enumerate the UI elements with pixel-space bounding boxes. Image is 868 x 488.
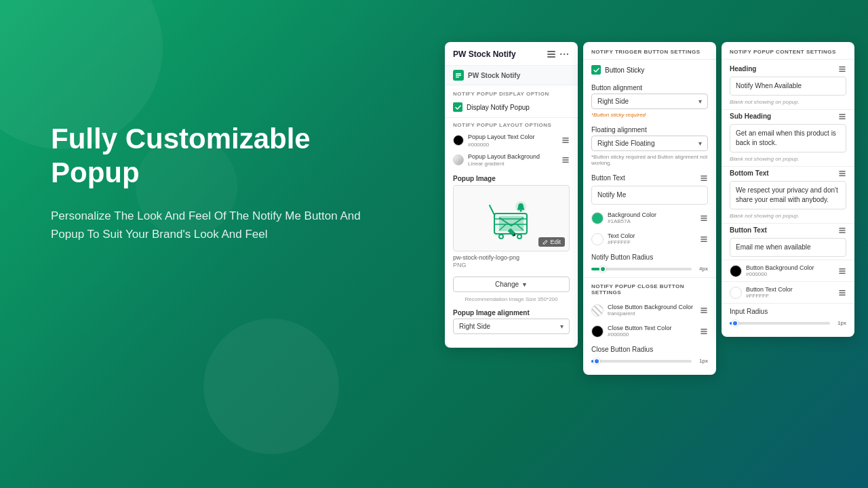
hero-title: Fully Customizable Popup (51, 122, 383, 190)
card-notify-popup-content: NOTIFY POPUP CONTENT SETTINGS Heading No… (722, 42, 854, 337)
subheading-settings-icon[interactable] (839, 114, 846, 119)
heading-settings-icon[interactable] (839, 66, 846, 72)
hero-description: Personalize The Look And Feel Of The Not… (51, 207, 383, 243)
heading-header: Heading (722, 60, 854, 75)
card2-section-header: NOTIFY TRIGGER BUTTON SETTINGS (583, 42, 716, 60)
subheading-label: Sub Heading (730, 113, 771, 120)
button-sticky-row: Button Sticky (583, 60, 716, 80)
close-bg-color-left: Close Button Background Color transparen… (591, 304, 693, 317)
card1-section2-label: NOTIFY POPUP LAYOUT OPTIONS (445, 117, 578, 131)
float-arrow-icon: ▾ (698, 140, 702, 147)
radius-slider-track[interactable] (591, 268, 692, 270)
card3-btn-bg-section: Button Background Color #000000 (722, 260, 854, 281)
text-color-section: Text Color #FFFFFF (583, 228, 716, 249)
card3-section-header: NOTIFY POPUP CONTENT SETTINGS (722, 42, 854, 60)
card3-btn-text-circle[interactable] (730, 287, 742, 299)
card-notify-trigger: NOTIFY TRIGGER BUTTON SETTINGS Button St… (583, 42, 716, 375)
bg-color-settings2-icon[interactable] (701, 216, 707, 221)
btn-text-header: Button Text (583, 170, 716, 184)
bg-color-settings-icon[interactable] (562, 157, 569, 163)
card1-text-color-left: Popup Layout Text Color #000000 (453, 134, 534, 148)
image-format: PNG (445, 262, 578, 272)
card3-btn-text-color-section: Button Text Color #FFFFFF (722, 281, 854, 303)
btn-text-settings-icon[interactable] (701, 176, 707, 181)
popup-image-box: Edit (453, 185, 570, 251)
card3-btn-text-input[interactable]: Email me when available (730, 238, 846, 257)
close-bg-color-section: Close Button Background Color transparen… (583, 300, 716, 321)
radius-slider-value: 4px (696, 266, 708, 272)
text-color-value: #000000 (468, 142, 534, 148)
card-pw-stock-notify: PW Stock Notify ··· PW Stock Notify NOTI… (445, 42, 578, 348)
card3-btn-bg-settings-icon[interactable] (839, 268, 846, 274)
close-text-color-left: Close Button Text Color #000000 (591, 325, 671, 338)
card1-sub-header-text: PW Stock Notify (468, 72, 520, 79)
text-color-settings2-icon[interactable] (701, 237, 707, 242)
sticky-required-note: *Button sticky required (583, 110, 716, 122)
svg-point-10 (518, 235, 521, 238)
bg-color-hex: #1AB57A (608, 218, 656, 224)
edit-label: Edit (550, 239, 561, 245)
card3-btn-text-color-left: Button Text Color #FFFFFF (730, 286, 793, 299)
bottom-text-textarea[interactable]: We respect your privacy and don't share … (730, 181, 846, 209)
float-alignment-select[interactable]: Right Side Floating ▾ (591, 136, 708, 151)
edit-image-button[interactable]: Edit (538, 237, 565, 247)
text-color-settings-icon[interactable] (562, 138, 569, 143)
popup-image-label: Popup Image (445, 169, 578, 185)
close-bg-hex: transparent (608, 310, 693, 317)
card1-display-checkbox-row[interactable]: Display Notify Popup (445, 100, 578, 117)
card1-header-icons: ··· (547, 49, 570, 60)
card3-btn-bg-left: Button Background Color #000000 (730, 264, 814, 277)
bg-color-circle[interactable] (591, 212, 604, 224)
btn-text-input[interactable]: Notify Me (591, 186, 708, 205)
bg-color-label: Popup Layout Background (468, 153, 540, 161)
display-popup-label: Display Notify Popup (467, 104, 530, 111)
close-text-hex: #000000 (608, 331, 671, 338)
button-sticky-checkbox[interactable] (591, 65, 601, 75)
bottom-text-settings-icon[interactable] (839, 171, 846, 176)
card1-bg-color-left: Popup Layout Background Linear gradient (453, 153, 540, 167)
display-popup-checkbox[interactable] (453, 102, 462, 112)
card1-title: PW Stock Notify (453, 49, 516, 59)
card3-btn-bg-circle[interactable] (730, 265, 742, 277)
subheading-textarea[interactable]: Get an email when this product is back i… (730, 124, 846, 152)
cards-container: PW Stock Notify ··· PW Stock Notify NOTI… (445, 0, 868, 488)
change-image-button[interactable]: Change ▼ (453, 277, 570, 292)
text-color-swatch[interactable] (453, 135, 464, 146)
input-radius-slider-track[interactable] (730, 322, 830, 325)
bottom-text-blank-note: Blank not showing on popup. (722, 212, 854, 223)
close-radius-slider-row: 1px (583, 355, 716, 367)
text-color-hex: #FFFFFF (608, 239, 635, 245)
card3-btn-text-name: Button Text Color (746, 286, 793, 293)
text-color-circle[interactable] (591, 233, 604, 245)
close-text-settings-icon[interactable] (701, 329, 707, 334)
close-bg-settings-icon[interactable] (701, 308, 707, 313)
button-alignment-label: Button alignment (583, 80, 716, 94)
popup-align-arrow-icon: ▾ (560, 323, 564, 330)
float-alignment-label: Floating alignment (583, 122, 716, 136)
input-radius-slider-row: 1px (722, 317, 854, 329)
card3-btn-bg-hex: #000000 (746, 271, 814, 277)
more-dots-icon[interactable]: ··· (559, 49, 570, 60)
input-radius-value: 1px (834, 320, 846, 326)
svg-rect-2 (456, 77, 459, 78)
popup-align-select[interactable]: Right Side ▾ (453, 319, 570, 334)
rec-size-text: Recommendation Image Size 350*200 (445, 296, 578, 306)
svg-rect-1 (456, 75, 461, 77)
card1-sub-header: PW Stock Notify (445, 66, 578, 85)
subheading-header: Sub Heading (722, 109, 854, 122)
menu-lines-icon[interactable] (547, 51, 555, 58)
bg-color-swatch[interactable] (453, 155, 464, 165)
card3-btn-settings-icon[interactable] (839, 228, 846, 233)
button-sticky-label: Button Sticky (605, 66, 644, 74)
heading-input[interactable]: Notify When Available (730, 77, 846, 96)
close-bg-circle[interactable] (591, 304, 604, 317)
card3-btn-text-settings-icon[interactable] (839, 290, 846, 296)
bg-color-section: Background Color #1AB57A (583, 207, 716, 228)
bottom-text-header: Bottom Text (722, 166, 854, 179)
bg-color-value: Linear gradient (468, 161, 540, 167)
button-alignment-select[interactable]: Right Side ▾ (591, 94, 708, 109)
close-text-circle[interactable] (591, 325, 604, 338)
bottom-text-label: Bottom Text (730, 169, 769, 177)
close-radius-slider-track[interactable] (591, 360, 692, 363)
hero-section: Fully Customizable Popup Personalize The… (51, 122, 383, 243)
